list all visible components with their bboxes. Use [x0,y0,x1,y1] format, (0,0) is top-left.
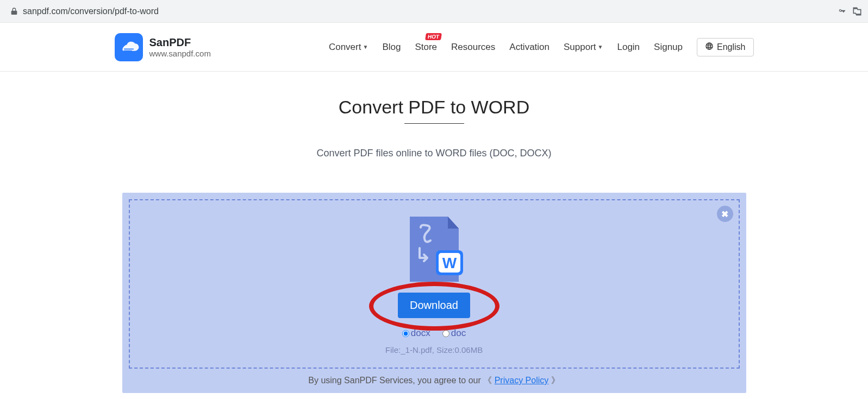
nav-activation[interactable]: Activation [509,42,549,53]
file-size: 0.06MB [454,345,483,354]
language-button[interactable]: English [697,38,753,56]
privacy-policy-link[interactable]: Privacy Policy [495,376,549,385]
main-content: Convert PDF to WORD Convert PDF files on… [0,97,868,393]
nav-signup[interactable]: Signup [654,42,683,53]
nav-support-label: Support [564,42,596,53]
nav-blog[interactable]: Blog [382,42,401,53]
site-header: SanPDF www.sanpdf.com Convert ▼ Blog Sto… [0,23,868,72]
key-icon[interactable] [836,6,847,17]
radio-doc-label: doc [451,328,466,339]
logo-icon [115,33,143,61]
nav-store[interactable]: Store HOT [415,42,437,53]
nav-signup-label: Signup [654,42,683,53]
nav-blog-label: Blog [382,42,401,53]
radio-docx-label: docx [411,328,430,339]
radio-docx-input[interactable] [402,330,409,337]
page-title: Convert PDF to WORD [0,97,868,118]
consent-bracket-open: 《 [483,376,492,385]
file-name: _1-N.pdf [401,345,432,354]
main-nav: Convert ▼ Blog Store HOT Resources Activ… [329,38,754,56]
nav-convert[interactable]: Convert ▼ [329,42,368,53]
browser-address-bar: sanpdf.com/conversion/pdf-to-word [0,0,868,23]
translate-icon[interactable] [852,6,863,17]
lock-icon [10,7,18,16]
nav-login[interactable]: Login [617,42,640,53]
nav-resources-label: Resources [451,42,495,53]
chevron-down-icon: ▼ [598,44,603,50]
drop-zone[interactable]: ✖ W Download [129,199,740,369]
brand-name: SanPDF [149,36,211,49]
radio-doc-input[interactable] [442,330,449,337]
page-subtitle: Convert PDF files online to WORD files (… [0,148,868,159]
brand-domain: www.sanpdf.com [149,49,211,58]
nav-login-label: Login [617,42,640,53]
url-text[interactable]: sanpdf.com/conversion/pdf-to-word [23,7,159,16]
nav-convert-label: Convert [329,42,361,53]
close-icon[interactable]: ✖ [717,206,733,222]
title-underline [404,123,464,124]
nav-store-label: Store [415,42,437,53]
consent-bracket-close: 》 [551,376,560,385]
drop-zone-wrapper: ✖ W Download [122,193,746,393]
chevron-down-icon: ▼ [363,44,368,50]
radio-docx[interactable]: docx [402,328,430,339]
language-label: English [717,42,745,52]
radio-doc[interactable]: doc [442,328,466,339]
download-button[interactable]: Download [398,293,470,318]
consent-line: By using SanPDF Services, you agree to o… [129,375,740,387]
nav-resources[interactable]: Resources [451,42,495,53]
nav-activation-label: Activation [509,42,549,53]
globe-icon [705,42,714,53]
file-label: File: [385,345,401,354]
address-bar-right-icons [836,0,863,22]
brand[interactable]: SanPDF www.sanpdf.com [115,33,211,61]
hot-badge: HOT [425,33,442,40]
pdf-to-word-icon: W [404,217,464,282]
file-info: File: _1-N.pdf , Size: 0.06MB [385,345,483,354]
consent-prefix: By using SanPDF Services, you agree to o… [308,376,483,385]
format-radio-group: docx doc [402,328,466,339]
size-label: , Size: [432,345,455,354]
svg-text:W: W [442,255,457,271]
nav-support[interactable]: Support ▼ [564,42,603,53]
